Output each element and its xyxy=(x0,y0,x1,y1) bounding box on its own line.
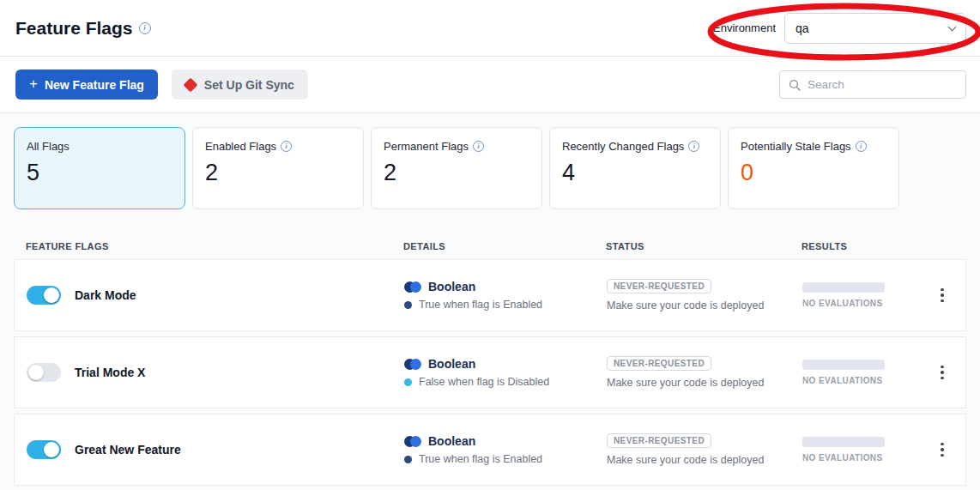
toolbar: + New Feature Flag Set Up Git Sync xyxy=(0,57,980,113)
stat-card-potentially-stale-flags[interactable]: Potentially Stale Flags i 0 xyxy=(728,127,899,209)
status-badge: NEVER-REQUESTED xyxy=(607,433,711,448)
info-icon[interactable]: i xyxy=(473,141,484,152)
status-badge: NEVER-REQUESTED xyxy=(607,356,711,371)
search-box[interactable] xyxy=(779,70,966,99)
stat-card-value: 0 xyxy=(741,160,886,186)
info-icon[interactable]: i xyxy=(856,141,867,152)
flag-toggle[interactable] xyxy=(27,363,61,382)
environment-label: Environment xyxy=(713,21,776,34)
results-label: NO EVALUATIONS xyxy=(802,299,919,308)
column-header-status: STATUS xyxy=(606,241,802,251)
results-bar xyxy=(802,282,885,293)
flag-type-label: Boolean xyxy=(428,357,475,371)
git-sync-button[interactable]: Set Up Git Sync xyxy=(172,70,308,100)
stat-card-label: Enabled Flags xyxy=(205,140,276,153)
flag-toggle[interactable] xyxy=(27,286,61,305)
search-input[interactable] xyxy=(808,78,957,91)
column-header-details: DETAILS xyxy=(403,241,606,251)
search-icon xyxy=(789,79,801,91)
flag-type-label: Boolean xyxy=(428,280,475,293)
flag-toggle[interactable] xyxy=(27,440,61,459)
results-label: NO EVALUATIONS xyxy=(802,453,919,463)
environment-selector: Environment qa xyxy=(713,13,966,44)
stat-card-value: 5 xyxy=(27,160,172,186)
stat-cards: All Flags 5 Enabled Flags i 2 Permanent … xyxy=(14,127,966,209)
git-icon xyxy=(183,77,197,92)
row-menu-button[interactable] xyxy=(931,282,953,308)
info-icon[interactable]: i xyxy=(281,141,292,152)
environment-select[interactable]: qa xyxy=(784,13,966,44)
value-dot-icon xyxy=(404,456,412,463)
boolean-type-icon xyxy=(404,281,421,293)
results-bar xyxy=(802,360,885,370)
status-text: Make sure your code is deployed xyxy=(607,299,764,312)
new-feature-flag-button[interactable]: + New Feature Flag xyxy=(15,70,158,100)
new-feature-flag-label: New Feature Flag xyxy=(45,78,144,92)
status-text: Make sure your code is deployed xyxy=(607,454,764,466)
table-row[interactable]: Trial Mode X Boolean False when flag is … xyxy=(14,336,966,408)
flag-name: Trial Mode X xyxy=(75,366,145,379)
stat-card-label: All Flags xyxy=(27,140,70,153)
flag-default-description: False when flag is Disabled xyxy=(419,376,549,388)
flag-list: Dark Mode Boolean True when flag is Enab… xyxy=(14,259,966,486)
flag-name: Great New Feature xyxy=(75,443,181,457)
environment-value: qa xyxy=(795,21,809,35)
stat-card-label: Recently Changed Flags xyxy=(562,140,684,153)
page-title: Feature Flags xyxy=(15,18,133,39)
stat-card-permanent-flags[interactable]: Permanent Flags i 2 xyxy=(371,127,542,209)
row-menu-button[interactable] xyxy=(931,360,953,385)
plus-icon: + xyxy=(29,76,38,93)
stat-card-enabled-flags[interactable]: Enabled Flags i 2 xyxy=(192,127,364,209)
top-bar: Feature Flags i Environment qa xyxy=(0,0,980,57)
flag-type-label: Boolean xyxy=(428,434,475,448)
table-row[interactable]: Dark Mode Boolean True when flag is Enab… xyxy=(14,259,966,331)
status-text: Make sure your code is deployed xyxy=(607,377,764,389)
git-sync-label: Set Up Git Sync xyxy=(204,78,294,92)
stat-card-value: 2 xyxy=(384,160,529,186)
chevron-down-icon xyxy=(948,22,957,31)
boolean-type-icon xyxy=(404,436,421,447)
status-badge: NEVER-REQUESTED xyxy=(607,279,711,293)
stat-card-value: 4 xyxy=(562,160,708,186)
flag-default-description: True when flag is Enabled xyxy=(419,453,542,465)
stat-card-recently-changed-flags[interactable]: Recently Changed Flags i 4 xyxy=(549,127,721,209)
info-icon[interactable]: i xyxy=(688,141,699,152)
column-header-feature-flags: FEATURE FLAGS xyxy=(26,241,403,251)
stat-card-value: 2 xyxy=(205,160,351,186)
table-header: FEATURE FLAGS DETAILS STATUS RESULTS xyxy=(14,233,966,259)
flag-name: Dark Mode xyxy=(75,288,136,302)
boolean-type-icon xyxy=(404,359,421,370)
results-label: NO EVALUATIONS xyxy=(802,376,919,385)
title-wrap: Feature Flags i xyxy=(15,18,151,39)
info-icon[interactable]: i xyxy=(139,22,151,34)
content-area: All Flags 5 Enabled Flags i 2 Permanent … xyxy=(0,113,980,490)
stat-card-all-flags[interactable]: All Flags 5 xyxy=(14,127,185,209)
value-dot-icon xyxy=(404,378,412,386)
results-bar xyxy=(802,437,885,447)
column-header-results: RESULTS xyxy=(802,241,920,251)
table-row[interactable]: Great New Feature Boolean True when flag… xyxy=(14,414,966,486)
flag-default-description: True when flag is Enabled xyxy=(419,299,542,311)
stat-card-label: Permanent Flags xyxy=(384,140,469,153)
stat-card-label: Potentially Stale Flags xyxy=(741,140,851,153)
row-menu-button[interactable] xyxy=(931,437,953,463)
value-dot-icon xyxy=(404,301,412,309)
